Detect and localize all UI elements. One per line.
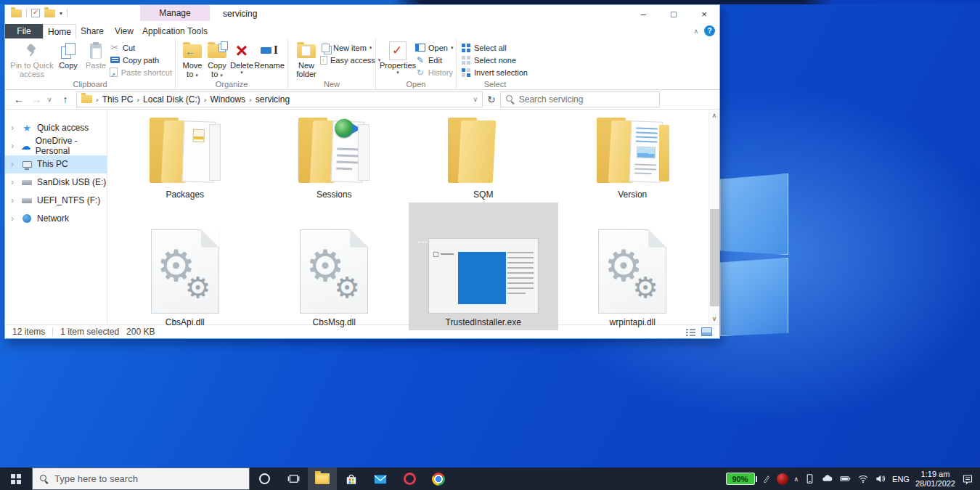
help-icon[interactable]: ?: [704, 25, 715, 36]
pen-icon[interactable]: [761, 473, 771, 484]
tab-view[interactable]: View: [108, 24, 140, 38]
sidebar-item-this-pc[interactable]: › This PC: [5, 155, 107, 173]
expand-chevron-icon[interactable]: ›: [11, 123, 17, 133]
battery-percentage-badge[interactable]: 90%: [726, 473, 755, 485]
language-indicator[interactable]: ENG: [892, 475, 910, 483]
forward-button[interactable]: →: [30, 94, 43, 105]
file-explorer-taskbar-button[interactable]: [308, 467, 337, 490]
new-item-button[interactable]: New item▾: [320, 42, 372, 53]
breadcrumb-this-pc[interactable]: This PC: [102, 94, 134, 105]
recent-locations-caret[interactable]: ∨: [47, 96, 54, 103]
group-label-open: Open: [376, 80, 456, 89]
titlebar[interactable]: ▾ Manage servicing – □ ×: [5, 5, 719, 24]
explorer-search-input[interactable]: [519, 94, 654, 105]
select-all-icon: [462, 44, 470, 52]
move-to-button[interactable]: ← Move to ▾: [180, 41, 205, 79]
sidebar-item-quick-access[interactable]: › ★ Quick access: [5, 119, 107, 137]
properties-button[interactable]: Properties ▾: [380, 41, 415, 75]
collapse-ribbon-icon[interactable]: ∧: [693, 28, 698, 35]
invert-selection-button[interactable]: Invert selection: [461, 67, 531, 78]
breadcrumb-servicing[interactable]: servicing: [256, 94, 290, 105]
back-button[interactable]: ←: [12, 94, 25, 105]
file-tile-trustedinstaller[interactable]: TrustedInstaller.exe: [409, 203, 558, 330]
file-tile-sessions[interactable]: Sessions: [260, 111, 409, 203]
group-label-organize: Organize: [176, 80, 287, 89]
breadcrumb-local-disk[interactable]: Local Disk (C:): [143, 94, 200, 105]
new-folder-qat-icon[interactable]: [44, 9, 55, 17]
taskbar-search-box[interactable]: [32, 467, 250, 490]
up-button[interactable]: ↑: [59, 94, 72, 105]
delete-button[interactable]: × Delete ▾: [229, 41, 254, 75]
taskbar-search-input[interactable]: [54, 473, 242, 484]
file-tile-cbsapi[interactable]: ⚙⚙ CbsApi.dll: [110, 203, 260, 330]
wifi-icon[interactable]: [857, 473, 869, 484]
microsoft-store-button[interactable]: [337, 467, 366, 490]
sidebar-item-sandisk-usb[interactable]: › SanDisk USB (E:): [5, 173, 107, 192]
location-folder-icon: [81, 95, 92, 103]
expand-chevron-icon[interactable]: ›: [11, 159, 17, 169]
easy-access-button[interactable]: Easy access▾: [320, 54, 372, 65]
tab-file[interactable]: File: [5, 24, 43, 38]
scrollbar-thumb[interactable]: [710, 209, 719, 306]
new-folder-button[interactable]: New folder: [293, 41, 320, 79]
expand-chevron-icon[interactable]: ›: [11, 213, 17, 224]
folder-icon: [592, 116, 672, 186]
properties-qat-icon[interactable]: [31, 9, 40, 17]
tray-app-icon[interactable]: [777, 473, 788, 485]
file-tile-packages[interactable]: Packages: [110, 111, 260, 203]
scroll-up-icon[interactable]: ∧: [709, 112, 719, 119]
qat-customize-caret[interactable]: ▾: [60, 10, 62, 17]
action-center-icon[interactable]: [961, 473, 974, 485]
opera-button[interactable]: [395, 467, 424, 490]
open-button[interactable]: Open▾: [415, 42, 453, 53]
expand-chevron-icon[interactable]: ›: [11, 195, 17, 205]
breadcrumb-windows[interactable]: Windows: [210, 94, 245, 105]
show-hidden-icons-chevron[interactable]: ∧: [794, 475, 799, 483]
your-phone-icon[interactable]: [804, 473, 815, 484]
address-dropdown-caret[interactable]: ∨: [473, 96, 478, 103]
cortana-button[interactable]: [250, 467, 279, 490]
paste-button[interactable]: Paste: [82, 41, 110, 70]
clock[interactable]: 1:19 am 28/01/2022: [915, 470, 955, 489]
select-none-button[interactable]: Select none: [461, 54, 531, 65]
onedrive-cloud-icon[interactable]: [821, 473, 833, 484]
manage-context-tab[interactable]: Manage: [140, 5, 210, 21]
tab-home[interactable]: Home: [43, 24, 76, 38]
sidebar-item-onedrive[interactable]: › ☁ OneDrive - Personal: [5, 137, 107, 155]
minimize-button[interactable]: –: [628, 5, 658, 23]
file-tile-sqm[interactable]: SQM: [409, 111, 558, 203]
tab-application-tools[interactable]: Application Tools: [140, 24, 210, 38]
file-tile-version[interactable]: Version: [558, 111, 708, 203]
history-button[interactable]: ↻ History: [415, 67, 453, 78]
copy-to-button[interactable]: Copy to ▾: [205, 41, 229, 79]
task-view-button[interactable]: [279, 467, 308, 490]
chrome-button[interactable]: [424, 467, 453, 490]
explorer-search-box[interactable]: [500, 91, 660, 107]
mail-button[interactable]: [366, 467, 395, 490]
copy-button[interactable]: Copy: [54, 41, 82, 70]
file-tile-wrpintapi[interactable]: ⚙⚙ wrpintapi.dll: [558, 203, 708, 330]
start-button[interactable]: [0, 467, 32, 490]
expand-chevron-icon[interactable]: ›: [11, 177, 17, 187]
sidebar-item-network[interactable]: › Network: [5, 210, 107, 228]
expand-chevron-icon[interactable]: ›: [11, 141, 16, 151]
file-tile-cbsmsg[interactable]: ⚙⚙ CbsMsg.dll: [260, 203, 409, 330]
select-all-button[interactable]: Select all: [461, 42, 531, 53]
paste-shortcut-button[interactable]: Paste shortcut: [110, 67, 172, 78]
tab-share[interactable]: Share: [76, 24, 108, 38]
power-battery-icon[interactable]: [839, 473, 852, 484]
desktop[interactable]: ▾ Manage servicing – □ × File Home Share…: [0, 0, 980, 490]
rename-button[interactable]: I Rename: [254, 41, 285, 70]
maximize-button[interactable]: □: [658, 5, 689, 23]
address-breadcrumb[interactable]: › This PC › Local Disk (C:) › Windows › …: [76, 91, 483, 107]
sidebar-item-uefi-ntfs[interactable]: › UEFI_NTFS (F:): [5, 192, 107, 210]
pin-to-quick-access-button[interactable]: Pin to Quick access: [9, 41, 54, 79]
scroll-down-icon[interactable]: ∨: [709, 315, 719, 322]
cut-button[interactable]: ✂ Cut: [110, 42, 172, 53]
copy-path-button[interactable]: Copy path: [110, 54, 172, 65]
edit-button[interactable]: ✎ Edit: [415, 54, 453, 65]
volume-icon[interactable]: [875, 473, 886, 484]
close-button[interactable]: ×: [689, 5, 719, 23]
vertical-scrollbar[interactable]: ∧ ∨: [709, 110, 719, 324]
refresh-icon[interactable]: ↻: [487, 94, 496, 105]
